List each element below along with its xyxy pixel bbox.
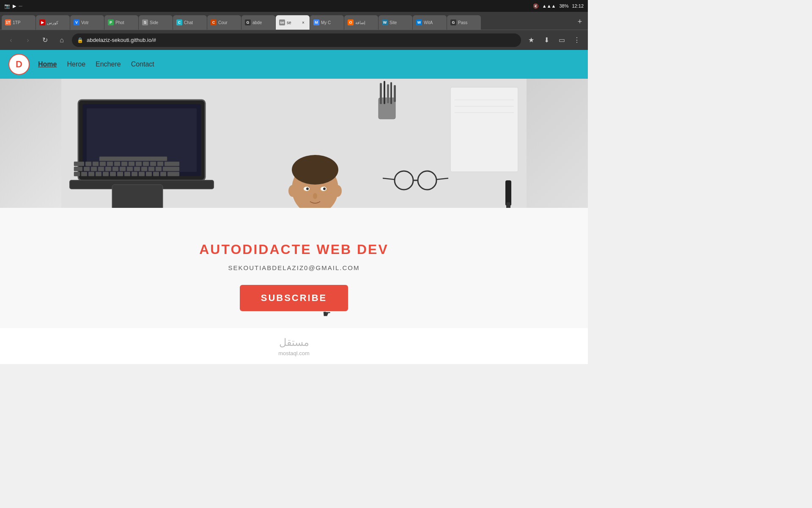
tab-t11[interactable]: Oإضافة	[344, 15, 378, 30]
tab-label-t12: Site	[390, 20, 397, 25]
nav-enchere[interactable]: Enchere	[96, 61, 121, 68]
site-navigation: Home Heroe Enchere Contact	[38, 61, 154, 68]
svg-rect-6	[81, 172, 87, 176]
content-section: AUTODIDACTE WEB DEV SEKOUTIABDELAZIZ0@GM…	[0, 208, 588, 328]
tab-label-t8: abde	[252, 20, 262, 25]
svg-rect-13	[132, 172, 137, 176]
watermark-url: mostaql.com	[278, 350, 310, 356]
site-email: SEKOUTIABDELAZIZ0@GMAIL.COM	[8, 264, 579, 271]
tab-t8[interactable]: Gabde	[241, 15, 275, 30]
svg-point-72	[292, 155, 338, 185]
svg-rect-45	[99, 157, 167, 161]
svg-point-79	[313, 193, 317, 199]
svg-rect-49	[384, 81, 385, 104]
svg-rect-31	[163, 167, 179, 171]
refresh-button[interactable]: ↻	[38, 33, 52, 47]
svg-rect-34	[93, 162, 99, 166]
nav-home[interactable]: Home	[38, 61, 57, 68]
lock-icon: 🔒	[77, 37, 83, 43]
svg-rect-12	[124, 172, 130, 176]
tab-t14[interactable]: GPass	[447, 15, 481, 30]
tab-favicon-t11: O	[348, 19, 354, 25]
svg-rect-52	[394, 85, 396, 102]
tab-favicon-t5: S	[142, 19, 148, 25]
svg-rect-46	[112, 185, 163, 208]
battery-indicator: 38%	[559, 3, 568, 8]
svg-rect-38	[121, 162, 127, 166]
tab-t9[interactable]: sese×	[276, 15, 310, 30]
tab-bar: 1T1TP▶كورسVVotrPPhotSSideCChatCCourGabde…	[0, 12, 588, 30]
svg-rect-25	[120, 167, 126, 171]
tab-t4[interactable]: PPhot	[104, 15, 138, 30]
watermark-script: مستقل	[8, 337, 579, 348]
svg-rect-41	[143, 162, 149, 166]
svg-point-81	[333, 185, 342, 197]
svg-rect-7	[88, 172, 94, 176]
svg-rect-43	[157, 162, 163, 166]
status-left: 📷 ▶ ···	[4, 3, 22, 9]
svg-rect-8	[96, 172, 102, 176]
svg-rect-42	[150, 162, 156, 166]
tab-t10[interactable]: MMy C	[310, 15, 344, 30]
subscribe-button[interactable]: SUBSCRIBE	[240, 285, 348, 311]
svg-rect-32	[74, 162, 84, 166]
svg-rect-40	[136, 162, 142, 166]
address-bar[interactable]: 🔒 abdelaziz-sekouti.github.io/#	[72, 33, 521, 47]
tab-t2[interactable]: ▶كورس	[36, 15, 70, 30]
watermark: مستقل mostaql.com	[0, 328, 588, 364]
nav-contact[interactable]: Contact	[131, 61, 154, 68]
svg-rect-37	[114, 162, 120, 166]
svg-rect-28	[141, 167, 147, 171]
site-logo: D	[8, 54, 30, 75]
menu-button[interactable]: ⋮	[570, 33, 584, 47]
bookmark-button[interactable]: ★	[524, 33, 538, 47]
nav-actions: ★ ⬇ ▭ ⋮	[524, 33, 584, 47]
tab-favicon-t4: P	[108, 19, 114, 25]
new-tab-button[interactable]: +	[573, 15, 586, 28]
cursor-icon: ☛	[323, 309, 331, 320]
tab-close-t9[interactable]: ×	[300, 19, 306, 25]
svg-rect-27	[134, 167, 140, 171]
tab-t12[interactable]: WSite	[379, 15, 412, 30]
time-display: 12:12	[572, 3, 584, 8]
tab-favicon-t9: se	[279, 19, 285, 25]
tab-label-t2: كورس	[47, 20, 58, 25]
svg-rect-64	[505, 180, 511, 206]
svg-rect-9	[103, 172, 109, 176]
svg-rect-29	[148, 167, 154, 171]
tab-t13[interactable]: WWitA	[413, 15, 447, 30]
svg-rect-23	[105, 167, 111, 171]
tab-favicon-t12: W	[382, 19, 388, 25]
home-button[interactable]: ⌂	[55, 33, 69, 47]
svg-rect-20	[84, 167, 90, 171]
svg-rect-44	[165, 162, 179, 166]
svg-point-77	[306, 188, 309, 190]
tab-label-t14: Pass	[458, 20, 467, 25]
svg-rect-48	[380, 83, 382, 104]
tab-favicon-t10: M	[313, 19, 319, 25]
svg-rect-17	[160, 172, 166, 176]
forward-button[interactable]: ›	[21, 33, 35, 47]
nav-heroe[interactable]: Heroe	[67, 61, 85, 68]
hero-illustration	[0, 79, 588, 208]
tab-t3[interactable]: VVotr	[70, 15, 104, 30]
tab-t5[interactable]: SSide	[139, 15, 173, 30]
svg-rect-10	[110, 172, 116, 176]
svg-rect-51	[390, 82, 392, 104]
url-text: abdelaziz-sekouti.github.io/#	[87, 37, 156, 43]
tab-t6[interactable]: CChat	[173, 15, 207, 30]
tab-t7[interactable]: CCour	[207, 15, 241, 30]
site-navbar: D Home Heroe Enchere Contact	[0, 50, 588, 79]
download-button[interactable]: ⬇	[540, 33, 553, 47]
svg-point-80	[288, 185, 297, 197]
svg-rect-50	[387, 84, 389, 103]
tab-favicon-t6: C	[176, 19, 182, 25]
back-button[interactable]: ‹	[4, 33, 18, 47]
tab-t1[interactable]: 1T1TP	[2, 15, 36, 30]
svg-rect-18	[167, 172, 179, 176]
svg-point-78	[323, 188, 326, 190]
svg-rect-39	[129, 162, 134, 166]
cast-button[interactable]: ▭	[555, 33, 568, 47]
tab-label-t3: Votr	[81, 20, 89, 25]
svg-rect-26	[127, 167, 133, 171]
